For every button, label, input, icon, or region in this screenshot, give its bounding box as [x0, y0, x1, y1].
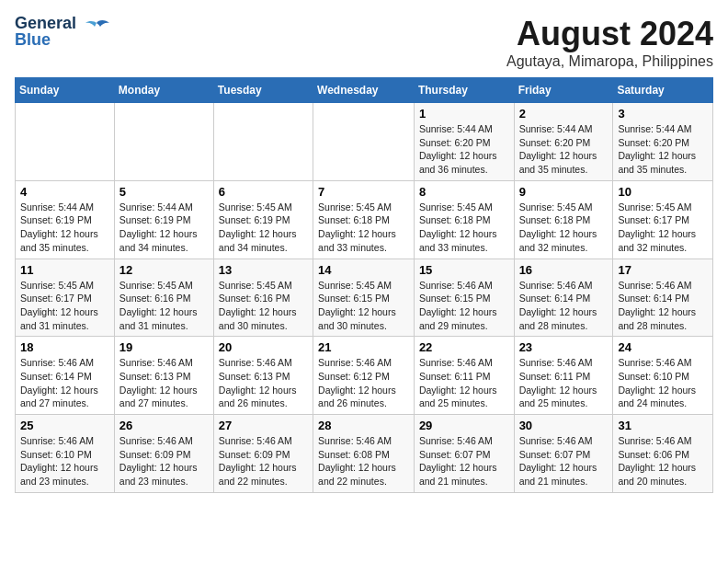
calendar-cell: 11Sunrise: 5:45 AMSunset: 6:17 PMDayligh… [16, 259, 115, 337]
day-number: 11 [20, 263, 109, 277]
col-header-thursday: Thursday [414, 78, 514, 103]
calendar-table: SundayMondayTuesdayWednesdayThursdayFrid… [15, 77, 713, 493]
day-number: 9 [519, 185, 609, 199]
col-header-saturday: Saturday [613, 78, 713, 103]
day-number: 20 [219, 340, 308, 354]
day-info: Sunrise: 5:44 AMSunset: 6:20 PMDaylight:… [519, 122, 609, 177]
calendar-cell: 2Sunrise: 5:44 AMSunset: 6:20 PMDaylight… [514, 103, 613, 181]
calendar-cell: 31Sunrise: 5:46 AMSunset: 6:06 PMDayligh… [613, 415, 713, 493]
day-number: 12 [119, 263, 209, 277]
logo: General Blue [15, 15, 109, 48]
calendar-cell [114, 103, 213, 181]
day-number: 31 [618, 419, 708, 432]
day-info: Sunrise: 5:46 AMSunset: 6:14 PMDaylight:… [20, 356, 109, 410]
col-header-wednesday: Wednesday [313, 78, 415, 103]
week-row-2: 4Sunrise: 5:44 AMSunset: 6:19 PMDaylight… [16, 180, 713, 259]
day-info: Sunrise: 5:46 AMSunset: 6:10 PMDaylight:… [20, 434, 109, 488]
calendar-cell: 30Sunrise: 5:46 AMSunset: 6:07 PMDayligh… [514, 415, 613, 493]
day-info: Sunrise: 5:44 AMSunset: 6:20 PMDaylight:… [618, 122, 708, 177]
day-number: 6 [219, 185, 308, 199]
week-row-4: 18Sunrise: 5:46 AMSunset: 6:14 PMDayligh… [16, 337, 713, 415]
day-info: Sunrise: 5:46 AMSunset: 6:12 PMDaylight:… [318, 356, 409, 410]
logo-general: General [15, 15, 76, 31]
col-header-monday: Monday [114, 78, 213, 103]
calendar-cell: 6Sunrise: 5:45 AMSunset: 6:19 PMDaylight… [213, 180, 313, 259]
calendar-cell: 3Sunrise: 5:44 AMSunset: 6:20 PMDaylight… [613, 103, 713, 181]
day-number: 3 [618, 107, 708, 121]
day-info: Sunrise: 5:45 AMSunset: 6:17 PMDaylight:… [618, 201, 708, 255]
logo-bird-icon [84, 19, 109, 40]
day-info: Sunrise: 5:46 AMSunset: 6:14 PMDaylight:… [519, 279, 609, 333]
day-info: Sunrise: 5:45 AMSunset: 6:16 PMDaylight:… [219, 279, 308, 333]
day-number: 24 [618, 340, 708, 354]
week-row-5: 25Sunrise: 5:46 AMSunset: 6:10 PMDayligh… [16, 415, 713, 493]
col-header-sunday: Sunday [16, 78, 115, 103]
day-info: Sunrise: 5:46 AMSunset: 6:06 PMDaylight:… [618, 434, 708, 488]
calendar-cell: 9Sunrise: 5:45 AMSunset: 6:18 PMDaylight… [514, 180, 613, 259]
calendar-cell [313, 103, 415, 181]
day-info: Sunrise: 5:46 AMSunset: 6:07 PMDaylight:… [419, 434, 509, 488]
day-number: 5 [119, 185, 209, 199]
calendar-cell: 10Sunrise: 5:45 AMSunset: 6:17 PMDayligh… [613, 180, 713, 259]
day-number: 2 [519, 107, 609, 121]
calendar-cell: 26Sunrise: 5:46 AMSunset: 6:09 PMDayligh… [114, 415, 213, 493]
col-header-friday: Friday [514, 78, 613, 103]
day-number: 30 [519, 419, 609, 432]
day-info: Sunrise: 5:44 AMSunset: 6:19 PMDaylight:… [119, 201, 209, 255]
day-info: Sunrise: 5:44 AMSunset: 6:20 PMDaylight:… [419, 122, 509, 177]
calendar-cell: 23Sunrise: 5:46 AMSunset: 6:11 PMDayligh… [514, 337, 613, 415]
calendar-cell: 20Sunrise: 5:46 AMSunset: 6:13 PMDayligh… [213, 337, 313, 415]
day-number: 7 [318, 185, 409, 199]
day-number: 23 [519, 340, 609, 354]
day-info: Sunrise: 5:46 AMSunset: 6:11 PMDaylight:… [519, 356, 609, 410]
day-number: 19 [119, 340, 209, 354]
day-number: 1 [419, 107, 509, 121]
calendar-cell [213, 103, 313, 181]
day-info: Sunrise: 5:44 AMSunset: 6:19 PMDaylight:… [20, 201, 109, 255]
calendar-cell: 8Sunrise: 5:45 AMSunset: 6:18 PMDaylight… [414, 180, 514, 259]
calendar-cell: 27Sunrise: 5:46 AMSunset: 6:09 PMDayligh… [213, 415, 313, 493]
day-info: Sunrise: 5:46 AMSunset: 6:10 PMDaylight:… [618, 356, 708, 410]
day-info: Sunrise: 5:46 AMSunset: 6:08 PMDaylight:… [318, 434, 409, 488]
day-info: Sunrise: 5:46 AMSunset: 6:15 PMDaylight:… [419, 279, 509, 333]
day-info: Sunrise: 5:46 AMSunset: 6:14 PMDaylight:… [618, 279, 708, 333]
day-number: 26 [119, 419, 209, 432]
calendar-cell: 15Sunrise: 5:46 AMSunset: 6:15 PMDayligh… [414, 259, 514, 337]
day-number: 17 [618, 263, 708, 277]
day-number: 10 [618, 185, 708, 199]
day-number: 22 [419, 340, 509, 354]
day-number: 29 [419, 419, 509, 432]
week-row-1: 1Sunrise: 5:44 AMSunset: 6:20 PMDaylight… [16, 103, 713, 181]
day-number: 18 [20, 340, 109, 354]
title-area: August 2024 Agutaya, Mimaropa, Philippin… [506, 15, 713, 70]
day-info: Sunrise: 5:45 AMSunset: 6:17 PMDaylight:… [20, 279, 109, 333]
calendar-cell [16, 103, 115, 181]
logo-blue: Blue [15, 31, 76, 48]
calendar-cell: 28Sunrise: 5:46 AMSunset: 6:08 PMDayligh… [313, 415, 415, 493]
calendar-cell: 13Sunrise: 5:45 AMSunset: 6:16 PMDayligh… [213, 259, 313, 337]
calendar-cell: 24Sunrise: 5:46 AMSunset: 6:10 PMDayligh… [613, 337, 713, 415]
day-number: 8 [419, 185, 509, 199]
calendar-cell: 7Sunrise: 5:45 AMSunset: 6:18 PMDaylight… [313, 180, 415, 259]
day-number: 21 [318, 340, 409, 354]
col-header-tuesday: Tuesday [213, 78, 313, 103]
calendar-cell: 18Sunrise: 5:46 AMSunset: 6:14 PMDayligh… [16, 337, 115, 415]
calendar-cell: 19Sunrise: 5:46 AMSunset: 6:13 PMDayligh… [114, 337, 213, 415]
day-info: Sunrise: 5:45 AMSunset: 6:15 PMDaylight:… [318, 279, 409, 333]
subtitle: Agutaya, Mimaropa, Philippines [506, 53, 713, 70]
calendar-cell: 4Sunrise: 5:44 AMSunset: 6:19 PMDaylight… [16, 180, 115, 259]
calendar-cell: 16Sunrise: 5:46 AMSunset: 6:14 PMDayligh… [514, 259, 613, 337]
calendar-cell: 29Sunrise: 5:46 AMSunset: 6:07 PMDayligh… [414, 415, 514, 493]
day-info: Sunrise: 5:46 AMSunset: 6:13 PMDaylight:… [219, 356, 308, 410]
main-title: August 2024 [506, 15, 713, 53]
day-number: 16 [519, 263, 609, 277]
header: General Blue August 2024 Agutaya, Mimaro… [15, 15, 713, 70]
day-info: Sunrise: 5:46 AMSunset: 6:13 PMDaylight:… [119, 356, 209, 410]
calendar-cell: 25Sunrise: 5:46 AMSunset: 6:10 PMDayligh… [16, 415, 115, 493]
calendar-cell: 22Sunrise: 5:46 AMSunset: 6:11 PMDayligh… [414, 337, 514, 415]
calendar-cell: 12Sunrise: 5:45 AMSunset: 6:16 PMDayligh… [114, 259, 213, 337]
day-number: 4 [20, 185, 109, 199]
day-info: Sunrise: 5:46 AMSunset: 6:09 PMDaylight:… [119, 434, 209, 488]
day-number: 28 [318, 419, 409, 432]
calendar-cell: 17Sunrise: 5:46 AMSunset: 6:14 PMDayligh… [613, 259, 713, 337]
